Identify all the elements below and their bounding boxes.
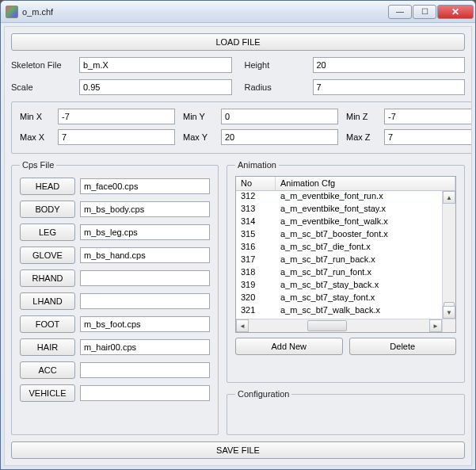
cps-input-rhand[interactable] bbox=[80, 270, 210, 286]
scale-label: Scale bbox=[11, 82, 74, 92]
anim-cfg: a_m_sc_bt7_stay_font.x bbox=[276, 292, 455, 305]
table-row[interactable]: 313a_m_eventbike_font_stay.x bbox=[236, 204, 455, 216]
titlebar[interactable]: o_m.chf — ☐ ✕ bbox=[1, 1, 475, 23]
cps-row-rhand: RHAND bbox=[20, 269, 210, 287]
cps-file-legend: Cps File bbox=[20, 160, 56, 170]
max-x-input[interactable] bbox=[58, 129, 175, 145]
anim-cfg: a_m_eventbike_font_stay.x bbox=[276, 204, 455, 216]
height-label: Height bbox=[245, 60, 308, 70]
max-y-input[interactable] bbox=[221, 129, 338, 145]
window-title: o_m.chf bbox=[22, 7, 387, 17]
maximize-button[interactable]: ☐ bbox=[413, 5, 436, 19]
load-file-button[interactable]: LOAD FILE bbox=[11, 33, 465, 51]
scroll-up-icon[interactable]: ▲ bbox=[443, 191, 455, 204]
cps-file-group: Cps File HEADBODYLEGGLOVERHANDLHANDFOOTH… bbox=[11, 160, 219, 435]
bounds-group: Min X Max X Min Y Max Y Min Z Max Z bbox=[11, 101, 472, 154]
table-row[interactable]: 321a_m_sc_bt7_walk_back.x bbox=[236, 305, 455, 318]
cps-input-glove[interactable] bbox=[80, 247, 210, 263]
min-x-input[interactable] bbox=[58, 109, 175, 124]
close-button[interactable]: ✕ bbox=[437, 5, 474, 19]
anim-no: 321 bbox=[236, 305, 276, 318]
table-row[interactable]: 320a_m_sc_bt7_stay_font.x bbox=[236, 292, 455, 305]
min-z-label: Min Z bbox=[346, 112, 379, 121]
anim-no: 320 bbox=[236, 292, 276, 305]
table-row[interactable]: 315a_m_sc_bt7_booster_font.x bbox=[236, 229, 455, 242]
max-z-input[interactable] bbox=[384, 129, 472, 145]
scale-input[interactable] bbox=[79, 79, 232, 95]
cps-button-glove[interactable]: GLOVE bbox=[20, 246, 75, 264]
cps-button-lhand[interactable]: LHAND bbox=[20, 292, 75, 310]
minimize-button[interactable]: — bbox=[388, 5, 412, 19]
table-row[interactable]: 319a_m_sc_bt7_stay_back.x bbox=[236, 280, 455, 292]
add-new-button[interactable]: Add New bbox=[235, 338, 343, 355]
delete-button[interactable]: Delete bbox=[349, 338, 457, 355]
cps-input-leg[interactable] bbox=[80, 224, 210, 240]
cps-input-foot[interactable] bbox=[80, 316, 210, 332]
cps-input-acc[interactable] bbox=[80, 362, 210, 378]
anim-no: 315 bbox=[236, 229, 276, 242]
radius-input[interactable] bbox=[313, 79, 466, 95]
max-z-label: Max Z bbox=[346, 132, 379, 142]
anim-cfg: a_m_sc_bt7_run_back.x bbox=[276, 254, 455, 267]
min-x-label: Min X bbox=[20, 112, 53, 121]
scroll-right-icon[interactable]: ► bbox=[429, 319, 442, 332]
radius-label: Radius bbox=[245, 82, 308, 92]
anim-no: 314 bbox=[236, 216, 276, 229]
scroll-down-icon[interactable]: ▼ bbox=[443, 306, 455, 319]
animation-group: Animation No Animation Cfg 312a_m_eventb… bbox=[227, 160, 465, 383]
max-y-label: Max Y bbox=[183, 132, 216, 142]
cps-input-vehicle[interactable] bbox=[80, 385, 210, 401]
min-y-label: Min Y bbox=[183, 112, 216, 121]
anim-no: 317 bbox=[236, 254, 276, 267]
cps-input-head[interactable] bbox=[80, 178, 210, 194]
cps-row-foot: FOOT bbox=[20, 315, 210, 333]
anim-no: 312 bbox=[236, 191, 276, 204]
cps-button-acc[interactable]: ACC bbox=[20, 361, 75, 379]
anim-cfg: a_m_eventbike_font_walk.x bbox=[276, 216, 455, 229]
height-input[interactable] bbox=[313, 57, 466, 73]
col-header-cfg[interactable]: Animation Cfg bbox=[276, 177, 455, 190]
col-header-no[interactable]: No bbox=[236, 177, 276, 190]
save-file-button[interactable]: SAVE FILE bbox=[11, 441, 465, 459]
cps-button-foot[interactable]: FOOT bbox=[20, 315, 75, 333]
horizontal-scrollbar[interactable]: ◄ ► bbox=[236, 319, 442, 332]
animation-list[interactable]: No Animation Cfg 312a_m_eventbike_font_r… bbox=[235, 176, 456, 333]
min-y-input[interactable] bbox=[221, 109, 338, 124]
top-params-row2: Scale Radius bbox=[11, 79, 465, 95]
top-params-row1: Skeleton File Height bbox=[11, 57, 465, 73]
cps-row-head: HEAD bbox=[20, 178, 210, 195]
anim-cfg: a_m_sc_bt7_stay_back.x bbox=[276, 280, 455, 292]
anim-cfg: a_m_sc_bt7_die_font.x bbox=[276, 242, 455, 254]
skeleton-file-input[interactable] bbox=[79, 57, 232, 73]
cps-input-lhand[interactable] bbox=[80, 293, 210, 309]
scroll-left-icon[interactable]: ◄ bbox=[236, 319, 249, 332]
min-z-input[interactable] bbox=[384, 109, 472, 124]
anim-no: 318 bbox=[236, 267, 276, 280]
table-row[interactable]: 318a_m_sc_bt7_run_font.x bbox=[236, 267, 455, 280]
cps-row-body: BODY bbox=[20, 201, 210, 218]
cps-button-head[interactable]: HEAD bbox=[20, 178, 75, 195]
cps-button-rhand[interactable]: RHAND bbox=[20, 269, 75, 287]
client-area: LOAD FILE Skeleton File Height Scale Rad… bbox=[4, 26, 472, 466]
cps-button-vehicle[interactable]: VEHICLE bbox=[20, 384, 75, 402]
cps-input-body[interactable] bbox=[80, 201, 210, 217]
hscroll-thumb[interactable] bbox=[307, 320, 347, 331]
mid-section: Cps File HEADBODYLEGGLOVERHANDLHANDFOOTH… bbox=[11, 160, 465, 435]
cps-button-hair[interactable]: HAIR bbox=[20, 338, 75, 356]
cps-button-body[interactable]: BODY bbox=[20, 201, 75, 218]
anim-no: 313 bbox=[236, 204, 276, 216]
cps-row-vehicle: VEHICLE bbox=[20, 384, 210, 402]
cps-input-hair[interactable] bbox=[80, 339, 210, 355]
cps-row-lhand: LHAND bbox=[20, 292, 210, 310]
table-row[interactable]: 317a_m_sc_bt7_run_back.x bbox=[236, 254, 455, 267]
cps-button-leg[interactable]: LEG bbox=[20, 224, 75, 241]
anim-cfg: a_m_sc_bt7_booster_font.x bbox=[276, 229, 455, 242]
table-row[interactable]: 312a_m_eventbike_font_run.x bbox=[236, 191, 455, 204]
table-row[interactable]: 314a_m_eventbike_font_walk.x bbox=[236, 216, 455, 229]
vertical-scrollbar[interactable]: ▲ ▼ bbox=[442, 191, 455, 319]
cps-row-acc: ACC bbox=[20, 361, 210, 379]
cps-row-hair: HAIR bbox=[20, 338, 210, 356]
anim-cfg: a_m_eventbike_font_run.x bbox=[276, 191, 455, 204]
anim-no: 319 bbox=[236, 280, 276, 292]
table-row[interactable]: 316a_m_sc_bt7_die_font.x bbox=[236, 242, 455, 254]
